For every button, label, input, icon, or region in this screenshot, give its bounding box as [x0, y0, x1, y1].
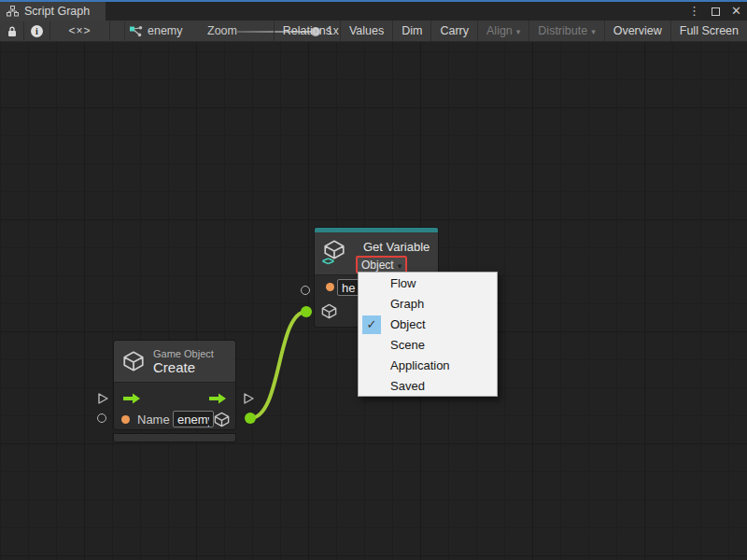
title-bar: Script Graph ⋮ ✕	[0, 0, 747, 21]
node-title: Create	[153, 359, 214, 375]
node-category: Game Object	[153, 348, 214, 359]
create-node-header: Game Object Create	[114, 341, 235, 383]
flow-port-row	[114, 388, 235, 409]
graph-hierarchy-icon	[7, 6, 19, 17]
code-icon: <×>	[68, 24, 91, 37]
connected-input-port[interactable]	[301, 306, 312, 317]
variable-scope-menu: Flow Graph ✓ Object Scene Application Sa…	[358, 272, 498, 397]
window-menu-icon[interactable]: ⋮	[688, 2, 700, 21]
game-object-input-port-icon[interactable]	[320, 302, 338, 320]
param-label: Name	[137, 413, 170, 427]
graph-name: enemy	[148, 24, 183, 37]
dim-button[interactable]: Dim	[392, 21, 430, 41]
value-port-row: Name	[114, 410, 235, 430]
carry-button[interactable]: Carry	[430, 21, 477, 41]
distribute-button[interactable]: Distribute ▾	[529, 21, 603, 41]
node-create-game-object[interactable]: Game Object Create Name	[113, 340, 236, 430]
menu-item-object[interactable]: ✓ Object	[359, 315, 497, 335]
overview-button[interactable]: Overview	[604, 21, 670, 41]
align-button[interactable]: Align ▾	[477, 21, 529, 41]
zoom-label: Zoom	[207, 24, 237, 37]
connected-output-port[interactable]	[245, 413, 256, 424]
menu-item-graph[interactable]: Graph	[359, 294, 497, 315]
relations-button[interactable]: Relations	[274, 21, 340, 41]
menu-item-application[interactable]: Application	[359, 356, 497, 376]
info-button[interactable]: i	[24, 21, 49, 41]
lock-icon	[7, 25, 18, 37]
maximize-icon[interactable]	[712, 7, 720, 16]
code-view-button[interactable]: <×>	[50, 21, 109, 41]
full-screen-button[interactable]: Full Screen	[670, 21, 747, 41]
game-object-output-port-icon[interactable]	[213, 411, 231, 428]
menu-item-saved[interactable]: Saved	[359, 376, 497, 397]
chevron-down-icon: ▾	[398, 261, 402, 271]
tab-script-graph[interactable]: Script Graph	[0, 2, 106, 21]
node-title: Get Variable	[363, 240, 430, 254]
scope-value: Object	[361, 259, 394, 272]
value-input-port[interactable]	[97, 413, 106, 423]
flow-output-arrow-icon[interactable]	[207, 392, 228, 405]
string-port-icon[interactable]	[121, 415, 130, 424]
variable-brackets-icon: <>	[322, 255, 333, 268]
get-variable-header: <> Get Variable Object ▾	[315, 232, 438, 275]
close-icon[interactable]: ✕	[731, 2, 741, 21]
menu-item-flow[interactable]: Flow	[359, 273, 497, 294]
info-icon: i	[31, 25, 43, 37]
chevron-down-icon: ▾	[516, 27, 521, 36]
create-node-footer	[113, 433, 236, 442]
name-input[interactable]	[173, 411, 214, 427]
graph-breadcrumb[interactable]: enemy	[129, 21, 183, 41]
flow-input-arrow-icon[interactable]	[121, 392, 142, 405]
toolbar-button-group: Relations Values Dim Carry Align ▾ Distr…	[274, 21, 747, 42]
variable-name-input-port[interactable]	[301, 286, 310, 295]
game-object-cube-icon	[121, 349, 146, 373]
lock-button[interactable]	[0, 21, 23, 41]
focus-accent-line	[0, 0, 747, 2]
graph-toolbar: i <×> enemy Zoom 1x Relations Values Dim	[0, 21, 747, 42]
flow-input-port[interactable]	[96, 392, 109, 405]
graph-canvas[interactable]: Game Object Create Name	[0, 42, 747, 560]
check-icon: ✓	[362, 315, 381, 334]
flow-output-port[interactable]	[242, 392, 255, 405]
string-port-icon[interactable]	[326, 283, 334, 291]
unity-script-graph-window: Script Graph ⋮ ✕ i <×>	[0, 0, 747, 560]
values-button[interactable]: Values	[340, 21, 392, 41]
chevron-down-icon: ▾	[591, 27, 596, 36]
graph-asset-icon	[129, 25, 143, 37]
tab-title: Script Graph	[24, 5, 90, 18]
menu-item-scene[interactable]: Scene	[359, 335, 497, 356]
